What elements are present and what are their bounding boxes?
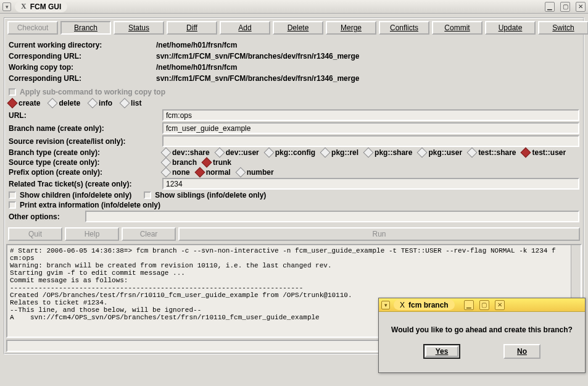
mode-create-radio[interactable] [7,98,18,109]
commit-button[interactable]: Commit [432,21,482,35]
clear-button[interactable]: Clear [122,227,176,241]
print-extra-checkbox[interactable] [9,201,16,209]
prefix-label: Prefix option (create only): [9,168,160,177]
dialog-message: Would you like to go ahead and create th… [391,325,573,334]
conflicts-button[interactable]: Conflicts [379,21,429,35]
apply-sub-checkbox [9,88,16,96]
window-titlebar: ▾ X FCM GUI ▁ ▢ ✕ [0,0,588,14]
dialog-no-button[interactable]: No [503,344,540,359]
btype-dev-user-radio[interactable] [214,148,225,158]
url-input[interactable] [162,109,579,121]
other-label: Other options: [9,212,83,221]
btype-test-share-radio[interactable] [467,148,478,158]
other-input[interactable] [85,211,579,222]
srcrev-input[interactable] [162,135,579,147]
prefix-none-radio[interactable] [161,167,172,178]
mode-delete-radio[interactable] [48,98,58,109]
stype-label: Source type (create only): [9,158,160,167]
status-button[interactable]: Status [114,21,164,35]
mode-info-label: info [99,99,112,107]
btype-label: Branch type (create only): [9,148,160,157]
ticket-input[interactable] [162,178,579,190]
run-button[interactable]: Run [178,227,580,241]
btype-pkg-rel-radio[interactable] [320,148,331,158]
checkout-button[interactable]: Checkout [7,21,58,35]
maximize-button[interactable]: ▢ [560,2,570,12]
mode-info-radio[interactable] [88,98,98,109]
btype-test-user-radio[interactable] [521,148,531,158]
action-bar: Quit Help Clear Run [6,225,582,243]
dialog-titlebar: ▾ X fcm branch ▁ ▢ ✕ [379,298,585,312]
prefix-number-radio[interactable] [235,167,246,178]
apply-sub-label: Apply sub-command to working copy top [20,88,165,96]
apply-sub-row: Apply sub-command to working copy top [6,86,582,98]
url1-value: svn://fcm1/FCM_svn/FCM/branches/dev/frsn… [156,51,359,62]
window-menu-button[interactable]: ▾ [2,2,11,11]
dialog-no-label: No [517,347,527,356]
url2-label: Corresponding URL: [9,73,154,84]
mode-list-label: list [131,99,141,107]
print-extra-label: Print extra information (info/delete onl… [20,201,160,209]
mode-radio-row: create delete info list [6,98,582,109]
dialog-yes-button[interactable]: Yes [423,344,460,359]
ticket-label: Related Trac ticket(s) (create only): [9,180,160,188]
show-siblings-label: Show siblings (info/delete only) [155,191,266,199]
dialog-menu-button[interactable]: ▾ [381,301,390,309]
cwd-label: Current working directory: [9,40,154,51]
mode-list-radio[interactable] [120,98,130,109]
quit-button[interactable]: Quit [8,227,62,241]
btype-pkg-share-radio[interactable] [363,148,374,158]
dialog-yes-label: Yes [436,347,449,356]
show-children-checkbox[interactable] [9,191,16,199]
bname-input[interactable] [162,122,579,134]
prefix-normal-radio[interactable] [194,167,205,178]
help-button[interactable]: Help [65,227,119,241]
branch-button[interactable]: Branch [60,21,111,35]
url2-value: svn://fcm1/FCM_svn/FCM/branches/dev/frsn… [156,73,359,84]
update-button[interactable]: Update [485,21,536,35]
bname-label: Branch name (create only): [9,124,160,133]
mode-delete-label: delete [59,99,80,107]
btype-pkg-user-radio[interactable] [417,148,428,158]
mode-create-label: create [19,99,40,107]
dialog-minimize-button[interactable]: ▁ [464,300,474,310]
window-title: FCM GUI [30,2,62,11]
add-button[interactable]: Add [220,21,270,35]
dialog-x-icon: X [400,301,405,309]
stype-branch-radio[interactable] [161,157,172,168]
srcrev-label: Source revision (create/list only): [9,137,160,146]
dialog-maximize-button[interactable]: ▢ [479,300,489,310]
show-children-label: Show children (info/delete only) [20,191,131,199]
dialog-close-button[interactable]: ✕ [495,300,505,310]
wct-label: Working copy top: [9,62,154,73]
switch-button[interactable]: Switch [538,21,588,35]
close-button[interactable]: ✕ [576,2,586,12]
wct-value: /net/home/h01/frsn/fcm [156,62,237,73]
cwd-value: /net/home/h01/frsn/fcm [156,40,237,51]
btype-pkg-config-radio[interactable] [263,148,274,158]
app-x-icon: X [21,2,27,11]
url1-label: Corresponding URL: [9,51,154,62]
url-label: URL: [9,111,160,120]
info-block: Current working directory:/net/home/h01/… [6,38,582,86]
stype-trunk-radio[interactable] [202,157,212,168]
command-toolbar: Checkout Branch Status Diff Add Delete M… [6,20,582,36]
dialog-title: fcm branch [408,301,449,309]
diff-button[interactable]: Diff [167,21,217,35]
minimize-button[interactable]: ▁ [545,2,555,12]
show-siblings-checkbox[interactable] [144,191,151,199]
merge-button[interactable]: Merge [326,21,376,35]
btype-dev-share-radio[interactable] [161,148,172,158]
confirm-dialog: ▾ X fcm branch ▁ ▢ ✕ Would you like to g… [378,298,586,373]
delete-button[interactable]: Delete [273,21,323,35]
